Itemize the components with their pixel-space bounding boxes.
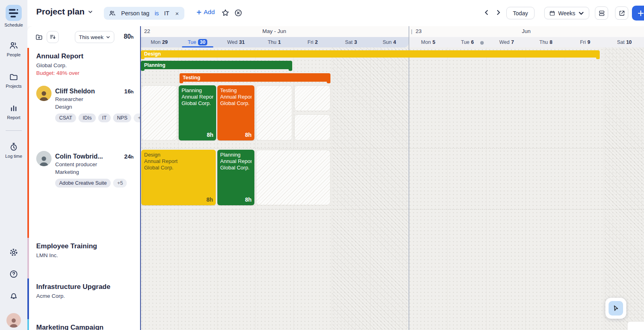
project-client: LMN Inc.: [36, 252, 134, 259]
person-row[interactable]: Colin Towbrid...24hContent producerMarke…: [36, 149, 134, 188]
day-header-sat-10[interactable]: Sat10: [605, 38, 644, 47]
timeline-bar-testing[interactable]: Testing: [180, 73, 330, 82]
row-separator: [140, 148, 644, 148]
sort-button[interactable]: [47, 31, 59, 43]
project-title[interactable]: Employee Training: [36, 242, 134, 251]
timeline-canvas[interactable]: 22May - JunMon29Tue30Wed31Thu1Fri2Sat3Su…: [140, 26, 644, 330]
day-number: 29: [162, 39, 168, 45]
day-header-fri-9[interactable]: Fri9: [566, 38, 605, 47]
prev-week-button[interactable]: [483, 9, 491, 17]
project-color-strip: [27, 238, 29, 278]
top-bar: Project plan Person tag is IT × Add Toda…: [27, 0, 644, 26]
day-header-tue-30[interactable]: Tue30: [178, 38, 217, 47]
people-projects-panel: This week 80h Annual ReportGlobal Corp.B…: [27, 26, 140, 330]
filter-value[interactable]: IT: [164, 10, 169, 16]
project-title[interactable]: Infrastructure Upgrade: [36, 283, 134, 291]
person-tags-more[interactable]: +5: [134, 113, 140, 122]
task-card-planning[interactable]: PlanningAnnual ReportGlobal Corp.8h: [217, 150, 254, 205]
share-button[interactable]: [615, 6, 628, 20]
person-team: Design: [55, 103, 134, 111]
person-tag[interactable]: CSAT: [55, 113, 76, 122]
day-header-thu-1[interactable]: Thu1: [255, 38, 293, 47]
row-height-button[interactable]: [595, 6, 608, 20]
add-filter-button[interactable]: Add: [196, 8, 215, 16]
chevron-right-icon: [495, 9, 502, 16]
filter-remove-icon[interactable]: ×: [175, 10, 180, 17]
day-gridline: [486, 47, 487, 330]
day-header-sun-4[interactable]: Sun4: [370, 38, 409, 47]
timeline-bar-label: Testing: [183, 75, 200, 80]
day-number: 5: [432, 39, 435, 45]
person-hours-unit: h: [131, 89, 134, 94]
plus-icon: [196, 10, 202, 15]
project-color-strip: [27, 278, 29, 319]
person-tags: CSATIDIsITNPS+5: [55, 113, 134, 122]
person-hours-value: 16: [124, 88, 131, 95]
sidebar-item-people[interactable]: People: [0, 40, 27, 57]
day-header-thu-8[interactable]: Thu8: [526, 38, 566, 47]
day-header-wed-31[interactable]: Wed31: [217, 38, 255, 47]
plan-title-dropdown[interactable]: Project plan: [36, 7, 93, 16]
timeline-bar-planning[interactable]: Planning: [141, 61, 292, 69]
user-menu[interactable]: [0, 313, 27, 328]
page-title: Project plan: [36, 7, 85, 16]
cursor-mode-button[interactable]: [605, 298, 626, 319]
timeline-left-edge-line: [140, 26, 141, 330]
week-range-dropdown[interactable]: This week: [75, 31, 114, 43]
add-project-button[interactable]: [33, 31, 45, 43]
person-name-row: Colin Towbrid...24h: [55, 153, 134, 161]
person-tag[interactable]: IT: [98, 113, 111, 122]
week-divider-line: [409, 26, 409, 330]
person-tag[interactable]: NPS: [113, 113, 132, 122]
create-button[interactable]: [632, 6, 644, 21]
day-name: Wed: [500, 39, 510, 45]
favorite-view-button[interactable]: [221, 8, 231, 18]
today-button[interactable]: Today: [506, 7, 535, 19]
availability-placeholder[interactable]: [294, 85, 330, 111]
notifications-button[interactable]: [0, 291, 27, 301]
availability-placeholder[interactable]: [141, 85, 177, 140]
total-hours-unit: h: [131, 35, 134, 39]
availability-placeholder[interactable]: [256, 150, 330, 205]
person-tags-more[interactable]: +5: [113, 179, 127, 188]
task-card-design[interactable]: DesignAnnual ReportGlobal Corp.8h: [141, 150, 216, 205]
person-hours: 16h: [124, 88, 140, 95]
project-title[interactable]: Marketing Campaign: [36, 323, 134, 330]
day-header-sat-3[interactable]: Sat3: [332, 38, 370, 47]
day-number: 3: [354, 39, 357, 45]
zoom-level-label: Weeks: [558, 10, 576, 16]
sidebar-item-log-time[interactable]: Log time: [0, 142, 27, 159]
day-header-mon-5[interactable]: Mon5: [409, 38, 448, 47]
clear-filters-icon: [234, 8, 243, 17]
person-row[interactable]: Cliff Sheldon16hResearcherDesignCSATIDIs…: [36, 84, 134, 123]
timeline-bar-design[interactable]: Design: [141, 50, 600, 58]
help-button[interactable]: [0, 269, 27, 279]
filter-chip[interactable]: Person tag is IT ×: [104, 7, 184, 20]
day-number: 9: [588, 39, 590, 45]
settings-button[interactable]: [0, 247, 27, 258]
sidebar-item-schedule[interactable]: Schedule: [0, 5, 27, 27]
task-hours: 8h: [207, 132, 213, 138]
task-title: Testing: [220, 87, 252, 94]
zoom-level-dropdown[interactable]: Weeks: [544, 7, 589, 19]
day-gridline: [255, 47, 256, 330]
clear-filters-button[interactable]: [234, 8, 244, 18]
person-tag[interactable]: IDIs: [78, 113, 95, 122]
sort-icon: [49, 33, 57, 41]
next-week-button[interactable]: [495, 9, 503, 17]
sidebar-item-projects[interactable]: Projects: [0, 72, 27, 89]
task-card-testing[interactable]: TestingAnnual ReportGlobal Corp.8h: [217, 85, 254, 140]
day-header-mon-29[interactable]: Mon29: [140, 38, 178, 47]
day-header-wed-7[interactable]: Wed7: [487, 38, 526, 47]
row-separator: [140, 209, 644, 210]
availability-placeholder[interactable]: [256, 85, 292, 140]
task-project: Annual Report: [182, 94, 213, 100]
person-tag[interactable]: Adobe Creative Suite: [55, 179, 111, 188]
day-header-fri-2[interactable]: Fri2: [293, 38, 332, 47]
project-group-list: Annual ReportGlobal Corp.Budget: 48% ove…: [27, 48, 140, 330]
sidebar-item-report[interactable]: Report: [0, 103, 27, 120]
filter-operator[interactable]: is: [155, 10, 159, 16]
project-title[interactable]: Annual Report: [36, 52, 134, 61]
availability-placeholder[interactable]: [294, 114, 330, 140]
task-card-planning[interactable]: PlanningAnnual ReportGlobal Corp.8h: [179, 85, 216, 140]
